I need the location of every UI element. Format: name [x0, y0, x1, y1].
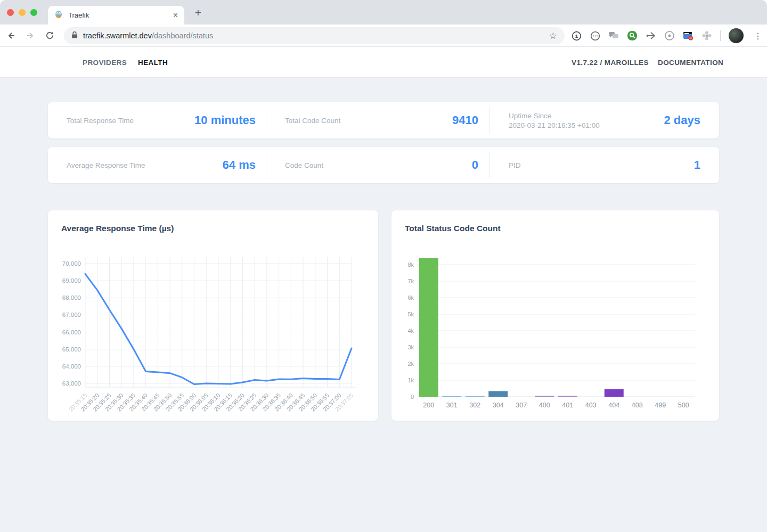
- stat-average-response-time: Average Response Time 64 ms: [48, 147, 266, 183]
- flower-icon[interactable]: [701, 30, 712, 41]
- stats-row-2: Average Response Time 64 ms Code Count 0…: [48, 147, 719, 183]
- window-close-button[interactable]: [7, 9, 14, 16]
- browser-toolbar: traefik.swarmlet.dev/dashboard/status ☆ …: [0, 24, 767, 47]
- extension-icons-row: 1 ⋮: [571, 27, 764, 44]
- branch-arrows-icon[interactable]: [646, 30, 656, 41]
- svg-text:68,000: 68,000: [62, 294, 81, 301]
- stat-pid: PID 1: [490, 147, 719, 183]
- svg-text:6k: 6k: [407, 294, 414, 301]
- uptime-timestamp: 2020-03-21 20:16:35 +01:00: [509, 121, 600, 129]
- browser-window: Traefik × + traefik.swarmlet.dev/dashboa…: [0, 0, 767, 532]
- browser-tab[interactable]: Traefik ×: [48, 6, 184, 24]
- stat-label: Average Response Time: [67, 161, 145, 169]
- avg-response-time-line-chart: 63,00064,00065,00066,00067,00068,00069,0…: [48, 234, 378, 421]
- line-chart-title: Average Response Time (µs): [61, 224, 174, 233]
- url-path: /dashboard/status: [152, 31, 213, 40]
- stat-label: Code Count: [285, 161, 323, 169]
- svg-text:2k: 2k: [407, 361, 414, 367]
- nav-tab-providers[interactable]: PROVIDERS: [83, 47, 127, 78]
- svg-text:1: 1: [575, 33, 578, 39]
- stat-label: Total Response Time: [67, 117, 134, 125]
- svg-text:200: 200: [423, 402, 434, 409]
- svg-text:500: 500: [678, 402, 689, 409]
- avg-response-time-chart-card: Average Response Time (µs) 63,00064,0006…: [48, 210, 378, 421]
- bar-chart-title: Total Status Code Count: [405, 224, 501, 233]
- stat-label: Total Code Count: [285, 117, 340, 125]
- svg-text:65,000: 65,000: [62, 346, 81, 353]
- stat-value: 2 days: [664, 113, 701, 127]
- svg-text:499: 499: [655, 402, 666, 409]
- svg-text:404: 404: [608, 402, 619, 409]
- svg-text:69,000: 69,000: [62, 277, 81, 284]
- svg-text:304: 304: [493, 402, 504, 409]
- tab-title: Traefik: [68, 11, 173, 19]
- lock-icon: [71, 31, 78, 41]
- svg-text:70,000: 70,000: [62, 260, 81, 267]
- version-label: V1.7.22 / MAROILLES: [572, 47, 649, 78]
- chat-icon[interactable]: [608, 30, 619, 41]
- documentation-link[interactable]: DOCUMENTATION: [658, 47, 723, 78]
- bookmark-star-icon[interactable]: ☆: [549, 30, 557, 42]
- window-controls: [7, 9, 37, 16]
- svg-text:8k: 8k: [407, 261, 414, 268]
- forward-icon[interactable]: [22, 28, 38, 44]
- svg-text:7k: 7k: [407, 278, 414, 284]
- back-icon[interactable]: [3, 28, 19, 44]
- svg-text:401: 401: [562, 402, 573, 409]
- tab-favicon-traefik-icon: [54, 10, 63, 21]
- svg-text:400: 400: [539, 402, 550, 409]
- svg-text:63,000: 63,000: [62, 380, 81, 387]
- svg-text:1k: 1k: [407, 377, 414, 383]
- stat-code-count: Code Count 0: [266, 147, 490, 183]
- stat-uptime: Uptime Since 2020-03-21 20:16:35 +01:00 …: [490, 102, 719, 138]
- stat-value: 0: [472, 158, 478, 172]
- stat-label: PID: [509, 161, 521, 169]
- svg-text:301: 301: [446, 402, 458, 409]
- onepassword-icon[interactable]: 1: [571, 30, 582, 41]
- stat-value: 10 minutes: [194, 113, 256, 127]
- window-zoom-button[interactable]: [30, 9, 37, 16]
- svg-text:307: 307: [516, 402, 527, 409]
- svg-text:5k: 5k: [407, 311, 414, 317]
- stat-value: 1: [694, 158, 700, 172]
- nav-tab-health[interactable]: HEALTH: [138, 47, 168, 78]
- browser-menu-icon[interactable]: ⋮: [752, 31, 764, 41]
- blocked-panel-icon[interactable]: [683, 30, 693, 41]
- status-code-bar-chart: 01k2k3k4k5k6k7k8k20030130230430740040140…: [391, 234, 719, 421]
- stat-label: Uptime Since: [509, 112, 600, 120]
- stats-row-1: Total Response Time 10 minutes Total Cod…: [48, 102, 719, 138]
- svg-text:67,000: 67,000: [62, 312, 81, 318]
- url-host: traefik.swarmlet.dev: [83, 31, 152, 40]
- traefik-navbar: træfik PROVIDERS HEALTH V1.7.22 / MAROIL…: [0, 47, 767, 78]
- svg-text:66,000: 66,000: [62, 329, 81, 335]
- new-tab-button[interactable]: +: [191, 5, 206, 20]
- tab-close-icon[interactable]: ×: [173, 11, 178, 20]
- svg-text:4k: 4k: [407, 328, 414, 334]
- toolbar-divider: [720, 30, 721, 41]
- svg-text:403: 403: [585, 402, 597, 409]
- url-bar[interactable]: traefik.swarmlet.dev/dashboard/status ☆: [64, 27, 565, 44]
- svg-text:64,000: 64,000: [62, 363, 81, 370]
- dashboard-page: Total Response Time 10 minutes Total Cod…: [0, 78, 767, 532]
- dot-circle-icon[interactable]: [590, 30, 600, 41]
- profile-avatar[interactable]: [729, 28, 744, 43]
- target-icon[interactable]: [664, 30, 675, 41]
- green-search-icon[interactable]: [627, 30, 638, 41]
- status-code-chart-card: Total Status Code Count 01k2k3k4k5k6k7k8…: [391, 210, 719, 421]
- reload-icon[interactable]: [42, 28, 58, 44]
- window-minimize-button[interactable]: [19, 9, 26, 16]
- svg-text:3k: 3k: [407, 344, 414, 350]
- svg-text:408: 408: [632, 402, 643, 409]
- stat-total-code-count: Total Code Count 9410: [266, 102, 490, 138]
- stat-value: 64 ms: [223, 158, 256, 172]
- svg-text:0: 0: [411, 394, 414, 400]
- tab-strip: Traefik × +: [0, 0, 767, 24]
- stat-value: 9410: [452, 113, 478, 127]
- svg-text:302: 302: [469, 402, 480, 409]
- stat-total-response-time: Total Response Time 10 minutes: [48, 102, 266, 138]
